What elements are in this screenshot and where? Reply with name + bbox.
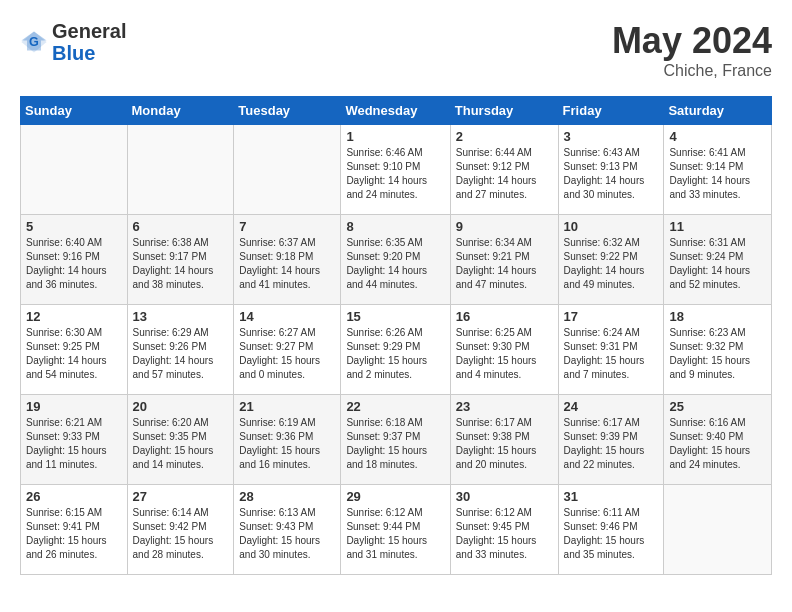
day-number: 12 [26, 309, 122, 324]
calendar-cell: 24Sunrise: 6:17 AM Sunset: 9:39 PM Dayli… [558, 395, 664, 485]
logo-general-text: General [52, 20, 126, 42]
day-number: 20 [133, 399, 229, 414]
calendar-cell: 8Sunrise: 6:35 AM Sunset: 9:20 PM Daylig… [341, 215, 450, 305]
calendar-cell: 13Sunrise: 6:29 AM Sunset: 9:26 PM Dayli… [127, 305, 234, 395]
day-number: 13 [133, 309, 229, 324]
day-number: 22 [346, 399, 444, 414]
weekday-header: Saturday [664, 97, 772, 125]
day-info: Sunrise: 6:25 AM Sunset: 9:30 PM Dayligh… [456, 326, 553, 382]
day-number: 16 [456, 309, 553, 324]
day-number: 8 [346, 219, 444, 234]
calendar-cell: 23Sunrise: 6:17 AM Sunset: 9:38 PM Dayli… [450, 395, 558, 485]
day-number: 10 [564, 219, 659, 234]
calendar-cell: 28Sunrise: 6:13 AM Sunset: 9:43 PM Dayli… [234, 485, 341, 575]
day-info: Sunrise: 6:32 AM Sunset: 9:22 PM Dayligh… [564, 236, 659, 292]
day-info: Sunrise: 6:17 AM Sunset: 9:38 PM Dayligh… [456, 416, 553, 472]
day-number: 25 [669, 399, 766, 414]
day-info: Sunrise: 6:21 AM Sunset: 9:33 PM Dayligh… [26, 416, 122, 472]
day-info: Sunrise: 6:37 AM Sunset: 9:18 PM Dayligh… [239, 236, 335, 292]
day-number: 29 [346, 489, 444, 504]
calendar-cell: 21Sunrise: 6:19 AM Sunset: 9:36 PM Dayli… [234, 395, 341, 485]
calendar-cell: 2Sunrise: 6:44 AM Sunset: 9:12 PM Daylig… [450, 125, 558, 215]
day-info: Sunrise: 6:29 AM Sunset: 9:26 PM Dayligh… [133, 326, 229, 382]
day-info: Sunrise: 6:46 AM Sunset: 9:10 PM Dayligh… [346, 146, 444, 202]
calendar-cell: 22Sunrise: 6:18 AM Sunset: 9:37 PM Dayli… [341, 395, 450, 485]
day-number: 24 [564, 399, 659, 414]
svg-text:G: G [29, 35, 39, 49]
calendar-table: SundayMondayTuesdayWednesdayThursdayFrid… [20, 96, 772, 575]
calendar-cell: 25Sunrise: 6:16 AM Sunset: 9:40 PM Dayli… [664, 395, 772, 485]
day-info: Sunrise: 6:26 AM Sunset: 9:29 PM Dayligh… [346, 326, 444, 382]
day-info: Sunrise: 6:40 AM Sunset: 9:16 PM Dayligh… [26, 236, 122, 292]
calendar-cell: 26Sunrise: 6:15 AM Sunset: 9:41 PM Dayli… [21, 485, 128, 575]
day-number: 11 [669, 219, 766, 234]
calendar-cell: 14Sunrise: 6:27 AM Sunset: 9:27 PM Dayli… [234, 305, 341, 395]
day-number: 4 [669, 129, 766, 144]
day-info: Sunrise: 6:20 AM Sunset: 9:35 PM Dayligh… [133, 416, 229, 472]
day-number: 17 [564, 309, 659, 324]
calendar-week-row: 19Sunrise: 6:21 AM Sunset: 9:33 PM Dayli… [21, 395, 772, 485]
day-number: 15 [346, 309, 444, 324]
day-number: 3 [564, 129, 659, 144]
calendar-cell [234, 125, 341, 215]
day-number: 6 [133, 219, 229, 234]
day-info: Sunrise: 6:38 AM Sunset: 9:17 PM Dayligh… [133, 236, 229, 292]
day-info: Sunrise: 6:14 AM Sunset: 9:42 PM Dayligh… [133, 506, 229, 562]
calendar-cell: 4Sunrise: 6:41 AM Sunset: 9:14 PM Daylig… [664, 125, 772, 215]
calendar-cell: 30Sunrise: 6:12 AM Sunset: 9:45 PM Dayli… [450, 485, 558, 575]
calendar-cell: 5Sunrise: 6:40 AM Sunset: 9:16 PM Daylig… [21, 215, 128, 305]
day-number: 27 [133, 489, 229, 504]
calendar-cell: 15Sunrise: 6:26 AM Sunset: 9:29 PM Dayli… [341, 305, 450, 395]
day-info: Sunrise: 6:43 AM Sunset: 9:13 PM Dayligh… [564, 146, 659, 202]
calendar-cell [127, 125, 234, 215]
calendar-cell [21, 125, 128, 215]
day-info: Sunrise: 6:12 AM Sunset: 9:45 PM Dayligh… [456, 506, 553, 562]
calendar-cell: 3Sunrise: 6:43 AM Sunset: 9:13 PM Daylig… [558, 125, 664, 215]
calendar-cell: 20Sunrise: 6:20 AM Sunset: 9:35 PM Dayli… [127, 395, 234, 485]
day-number: 9 [456, 219, 553, 234]
day-number: 28 [239, 489, 335, 504]
title-block: May 2024 Chiche, France [612, 20, 772, 80]
day-number: 21 [239, 399, 335, 414]
day-info: Sunrise: 6:30 AM Sunset: 9:25 PM Dayligh… [26, 326, 122, 382]
month-title: May 2024 [612, 20, 772, 62]
calendar-cell: 10Sunrise: 6:32 AM Sunset: 9:22 PM Dayli… [558, 215, 664, 305]
calendar-cell: 1Sunrise: 6:46 AM Sunset: 9:10 PM Daylig… [341, 125, 450, 215]
calendar-cell: 11Sunrise: 6:31 AM Sunset: 9:24 PM Dayli… [664, 215, 772, 305]
day-number: 23 [456, 399, 553, 414]
day-number: 14 [239, 309, 335, 324]
calendar-cell: 29Sunrise: 6:12 AM Sunset: 9:44 PM Dayli… [341, 485, 450, 575]
calendar-week-row: 1Sunrise: 6:46 AM Sunset: 9:10 PM Daylig… [21, 125, 772, 215]
day-number: 19 [26, 399, 122, 414]
day-info: Sunrise: 6:23 AM Sunset: 9:32 PM Dayligh… [669, 326, 766, 382]
day-info: Sunrise: 6:44 AM Sunset: 9:12 PM Dayligh… [456, 146, 553, 202]
calendar-cell: 31Sunrise: 6:11 AM Sunset: 9:46 PM Dayli… [558, 485, 664, 575]
day-number: 1 [346, 129, 444, 144]
page-header: G General Blue May 2024 Chiche, France [20, 20, 772, 80]
weekday-header: Thursday [450, 97, 558, 125]
logo-icon: G [20, 28, 48, 56]
day-info: Sunrise: 6:31 AM Sunset: 9:24 PM Dayligh… [669, 236, 766, 292]
day-info: Sunrise: 6:13 AM Sunset: 9:43 PM Dayligh… [239, 506, 335, 562]
day-info: Sunrise: 6:12 AM Sunset: 9:44 PM Dayligh… [346, 506, 444, 562]
weekday-header: Tuesday [234, 97, 341, 125]
calendar-cell: 18Sunrise: 6:23 AM Sunset: 9:32 PM Dayli… [664, 305, 772, 395]
day-number: 31 [564, 489, 659, 504]
calendar-cell: 7Sunrise: 6:37 AM Sunset: 9:18 PM Daylig… [234, 215, 341, 305]
weekday-header: Sunday [21, 97, 128, 125]
day-info: Sunrise: 6:11 AM Sunset: 9:46 PM Dayligh… [564, 506, 659, 562]
calendar-cell: 6Sunrise: 6:38 AM Sunset: 9:17 PM Daylig… [127, 215, 234, 305]
calendar-week-row: 26Sunrise: 6:15 AM Sunset: 9:41 PM Dayli… [21, 485, 772, 575]
logo-blue-text: Blue [52, 42, 126, 64]
day-number: 2 [456, 129, 553, 144]
calendar-cell: 9Sunrise: 6:34 AM Sunset: 9:21 PM Daylig… [450, 215, 558, 305]
calendar-week-row: 5Sunrise: 6:40 AM Sunset: 9:16 PM Daylig… [21, 215, 772, 305]
weekday-header: Friday [558, 97, 664, 125]
calendar-cell [664, 485, 772, 575]
day-info: Sunrise: 6:34 AM Sunset: 9:21 PM Dayligh… [456, 236, 553, 292]
day-info: Sunrise: 6:27 AM Sunset: 9:27 PM Dayligh… [239, 326, 335, 382]
day-info: Sunrise: 6:41 AM Sunset: 9:14 PM Dayligh… [669, 146, 766, 202]
calendar-week-row: 12Sunrise: 6:30 AM Sunset: 9:25 PM Dayli… [21, 305, 772, 395]
day-info: Sunrise: 6:16 AM Sunset: 9:40 PM Dayligh… [669, 416, 766, 472]
day-info: Sunrise: 6:15 AM Sunset: 9:41 PM Dayligh… [26, 506, 122, 562]
